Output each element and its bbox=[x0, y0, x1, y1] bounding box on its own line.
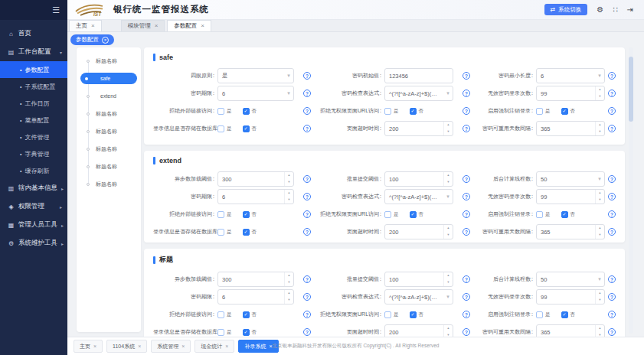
number-field[interactable]: 200▴▾ bbox=[384, 121, 453, 136]
gear-icon[interactable]: ⚙ bbox=[597, 6, 603, 14]
help-icon[interactable]: ? bbox=[303, 293, 311, 301]
stepper-down-icon[interactable]: ▾ bbox=[596, 129, 604, 135]
select-field[interactable]: ^(?![^a-zA-z]+$)(?!\D+$)[0-9A-Z...▾ bbox=[384, 189, 453, 204]
sidebar-subitem[interactable]: •菜单配置 bbox=[0, 112, 67, 129]
checkbox-option[interactable]: 否 bbox=[561, 211, 576, 218]
help-icon[interactable]: ? bbox=[463, 90, 470, 97]
stepper-up-icon[interactable]: ▴ bbox=[596, 86, 604, 93]
checkbox-checked[interactable] bbox=[410, 108, 417, 115]
help-icon[interactable]: ? bbox=[463, 275, 470, 283]
chevron-down-icon[interactable]: ▾ bbox=[443, 90, 453, 96]
help-icon[interactable]: ? bbox=[303, 90, 311, 97]
tree-node[interactable]: 标题名称 bbox=[77, 122, 141, 140]
number-field[interactable]: 300▴▾ bbox=[217, 272, 294, 287]
checkbox-unchecked[interactable] bbox=[384, 108, 391, 115]
sidebar-item-workbench[interactable]: ▤工作台配置▾ bbox=[0, 43, 67, 61]
sidebar-subitem[interactable]: •缓存刷新 bbox=[0, 162, 67, 179]
checkbox-checked[interactable] bbox=[561, 311, 568, 318]
checkbox-unchecked[interactable] bbox=[536, 211, 543, 218]
checkbox-option[interactable]: 是 bbox=[536, 311, 551, 318]
stepper-up-icon[interactable]: ▴ bbox=[285, 190, 293, 197]
help-icon[interactable]: ? bbox=[303, 311, 311, 318]
select-field[interactable]: ^(?![^a-zA-z]+$)(?!\D+$)[0-9A-Z...▾ bbox=[384, 86, 453, 101]
checkbox-option[interactable]: 否 bbox=[561, 311, 576, 318]
checkbox-option[interactable]: 否 bbox=[243, 125, 257, 132]
help-icon[interactable]: ? bbox=[463, 72, 470, 80]
stepper-down-icon[interactable]: ▾ bbox=[444, 232, 453, 239]
help-icon[interactable]: ? bbox=[608, 210, 616, 218]
text-field[interactable]: 123456 bbox=[384, 68, 453, 83]
stepper-down-icon[interactable]: ▾ bbox=[596, 232, 604, 239]
tree-node[interactable]: 标题名称 bbox=[77, 158, 141, 175]
checkbox-checked[interactable] bbox=[243, 229, 250, 236]
number-stepper[interactable]: ▴▾ bbox=[595, 122, 604, 135]
select-field[interactable]: 6▾ bbox=[536, 68, 605, 83]
chevron-down-icon[interactable]: ▾ bbox=[443, 294, 453, 300]
logout-icon[interactable]: ⇥ bbox=[627, 6, 633, 14]
number-field[interactable]: 99▴▾ bbox=[536, 189, 605, 204]
checkbox-checked[interactable] bbox=[561, 211, 568, 218]
help-icon[interactable]: ? bbox=[303, 125, 311, 132]
fullscreen-icon[interactable]: ∷ bbox=[613, 6, 617, 14]
checkbox-option[interactable]: 是 bbox=[217, 329, 232, 336]
checkbox-option[interactable]: 是 bbox=[384, 108, 399, 115]
sidebar-subitem[interactable]: •文件管理 bbox=[0, 129, 67, 145]
close-icon[interactable]: × bbox=[155, 23, 159, 29]
number-field[interactable]: 300▴▾ bbox=[217, 171, 294, 187]
checkbox-option[interactable]: 是 bbox=[384, 311, 399, 318]
checkbox-option[interactable]: 是 bbox=[217, 229, 232, 236]
checkbox-option[interactable]: 否 bbox=[410, 211, 424, 218]
stepper-down-icon[interactable]: ▾ bbox=[444, 129, 453, 135]
number-stepper[interactable]: ▴▾ bbox=[284, 190, 293, 204]
number-stepper[interactable]: ▴▾ bbox=[443, 272, 453, 286]
number-stepper[interactable]: ▴▾ bbox=[595, 325, 604, 337]
help-icon[interactable]: ? bbox=[303, 175, 311, 183]
number-stepper[interactable]: ▴▾ bbox=[595, 190, 604, 204]
stepper-down-icon[interactable]: ▾ bbox=[285, 279, 293, 286]
checkbox-unchecked[interactable] bbox=[217, 229, 224, 236]
stepper-up-icon[interactable]: ▴ bbox=[444, 325, 453, 332]
help-icon[interactable]: ? bbox=[608, 193, 616, 200]
help-icon[interactable]: ? bbox=[463, 293, 470, 301]
chevron-down-icon[interactable]: ▾ bbox=[595, 176, 604, 182]
chevron-down-icon[interactable]: ▾ bbox=[284, 90, 293, 96]
checkbox-option[interactable]: 是 bbox=[536, 108, 551, 115]
number-stepper[interactable]: ▴▾ bbox=[595, 225, 604, 239]
stepper-up-icon[interactable]: ▴ bbox=[285, 290, 293, 297]
checkbox-unchecked[interactable] bbox=[217, 108, 224, 115]
checkbox-option[interactable]: 是 bbox=[217, 125, 232, 132]
number-stepper[interactable]: ▴▾ bbox=[595, 86, 604, 100]
checkbox-option[interactable]: 否 bbox=[410, 108, 424, 115]
help-icon[interactable]: ? bbox=[463, 125, 470, 132]
sidebar-item-home[interactable]: ⌂首页 bbox=[0, 24, 67, 43]
number-field[interactable]: 200▴▾ bbox=[384, 324, 453, 337]
number-field[interactable]: 99▴▾ bbox=[536, 86, 605, 101]
stepper-up-icon[interactable]: ▴ bbox=[285, 172, 293, 179]
help-icon[interactable]: ? bbox=[303, 107, 311, 115]
select-field[interactable]: 是▾ bbox=[217, 68, 294, 83]
scrollbar-thumb[interactable] bbox=[629, 57, 633, 122]
help-icon[interactable]: ? bbox=[303, 72, 311, 80]
help-icon[interactable]: ? bbox=[608, 311, 616, 318]
checkbox-option[interactable]: 否 bbox=[243, 329, 257, 336]
help-icon[interactable]: ? bbox=[608, 125, 616, 132]
checkbox-checked[interactable] bbox=[243, 108, 250, 115]
close-icon[interactable]: × bbox=[93, 344, 96, 349]
tree-node[interactable]: 标题名称 bbox=[77, 105, 141, 122]
stepper-up-icon[interactable]: ▴ bbox=[596, 190, 604, 197]
select-field[interactable]: ^(?![^a-zA-z]+$)(?!\D+$)[0-9A-Z...▾ bbox=[384, 289, 453, 305]
sidebar-item-admin-tools[interactable]: ▦管理人员工具▸ bbox=[0, 216, 67, 234]
stepper-down-icon[interactable]: ▾ bbox=[596, 197, 604, 204]
number-field[interactable]: 100▴▾ bbox=[384, 272, 453, 287]
number-stepper[interactable]: ▴▾ bbox=[443, 172, 453, 186]
number-field[interactable]: 365▴▾ bbox=[536, 324, 605, 337]
number-field[interactable]: 99▴▾ bbox=[536, 289, 605, 305]
checkbox-unchecked[interactable] bbox=[384, 211, 391, 218]
help-icon[interactable]: ? bbox=[463, 107, 470, 115]
select-field[interactable]: 50▾ bbox=[536, 272, 605, 287]
help-icon[interactable]: ? bbox=[608, 228, 616, 236]
checkbox-option[interactable]: 否 bbox=[243, 108, 257, 115]
sidebar-item-permission[interactable]: ◈权限管理▸ bbox=[0, 197, 67, 216]
checkbox-checked[interactable] bbox=[410, 311, 417, 318]
number-field[interactable]: 365▴▾ bbox=[536, 121, 605, 136]
